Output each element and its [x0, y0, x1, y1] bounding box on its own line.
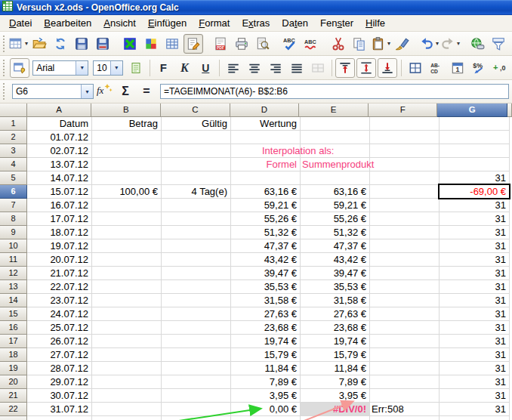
cell-C22[interactable] [162, 403, 231, 416]
cell-B7[interactable] [92, 199, 162, 212]
cell-C2[interactable] [162, 131, 231, 144]
cell-C16[interactable] [162, 321, 231, 335]
cell-F15[interactable] [370, 307, 440, 321]
cell-F3[interactable] [370, 144, 440, 158]
column-header-A[interactable]: A [27, 103, 92, 117]
cell-A17[interactable]: 26.07.12 [27, 335, 92, 348]
cell-E8[interactable]: 55,26 € [301, 212, 370, 226]
undo-dropdown-caret[interactable]: ▾ [436, 41, 439, 47]
cell-C20[interactable] [162, 375, 231, 389]
cell-C12[interactable] [162, 267, 231, 280]
cell-B23[interactable] [92, 416, 162, 420]
cell-B4[interactable] [92, 158, 162, 171]
cell-F17[interactable] [370, 335, 440, 348]
cell-E15[interactable]: 27,63 € [301, 307, 370, 321]
cell-G21[interactable]: 31 [440, 389, 510, 403]
undo-button[interactable]: ▾ [419, 34, 439, 54]
cell-G20[interactable]: 31 [440, 375, 510, 389]
cell-B22[interactable] [92, 403, 162, 416]
cell-E23[interactable] [301, 416, 370, 420]
cell-D21[interactable]: 3,95 € [231, 389, 301, 403]
cell-G18[interactable]: 31 [440, 348, 510, 362]
number-format-text-button[interactable]: AB-CD [427, 58, 446, 78]
cell-G12[interactable]: 31 [440, 267, 510, 280]
cell-A14[interactable]: 23.07.12 [27, 294, 92, 307]
cell-A16[interactable]: 25.07.12 [27, 321, 92, 335]
cell-A5[interactable]: 14.07.12 [27, 171, 92, 185]
cell-F2[interactable] [370, 131, 440, 144]
cell-G23[interactable] [440, 416, 510, 420]
align-justify-button[interactable] [287, 58, 307, 78]
cell-D7[interactable]: 59,21 € [231, 199, 301, 212]
borders-button[interactable] [406, 58, 425, 78]
cell-E13[interactable]: 35,53 € [301, 280, 370, 294]
cell-C7[interactable] [162, 199, 231, 212]
cut-button[interactable] [328, 34, 348, 54]
font-name-combo[interactable]: Arial▾ [32, 60, 88, 76]
cell-G17[interactable]: 31 [440, 335, 510, 348]
cell-A9[interactable]: 18.07.12 [27, 226, 92, 239]
cell-C6[interactable]: 4 Tag(e) [162, 185, 231, 199]
cell-B1[interactable]: Betrag [92, 117, 162, 131]
cell-C14[interactable] [162, 294, 231, 307]
cell-A2[interactable]: 01.07.12 [27, 131, 92, 144]
cell-F11[interactable] [370, 253, 440, 267]
cell-C3[interactable] [162, 144, 231, 158]
cell-C11[interactable] [162, 253, 231, 267]
cell-B6[interactable]: 100,00 € [92, 185, 162, 199]
menu-ansicht[interactable]: Ansicht [97, 16, 142, 30]
cell-D5[interactable] [231, 171, 301, 185]
cell-F22[interactable]: Err:508 [370, 403, 440, 416]
cell-D8[interactable]: 55,26 € [231, 212, 301, 226]
cell-E12[interactable]: 39,47 € [301, 267, 370, 280]
row-header-9[interactable]: 9 [0, 226, 27, 239]
cell-A13[interactable]: 22.07.12 [27, 280, 92, 294]
cell-D6[interactable]: 63,16 € [231, 185, 301, 199]
cell-E6[interactable]: 63,16 € [301, 185, 370, 199]
cell-C18[interactable] [162, 348, 231, 362]
menu-einfügen[interactable]: Einfügen [142, 16, 193, 30]
cell-B16[interactable] [92, 321, 162, 335]
row-header-4[interactable]: 4 [0, 158, 27, 171]
align-left-button[interactable] [224, 58, 243, 78]
cell-E11[interactable]: 43,42 € [301, 253, 370, 267]
cell-B2[interactable] [92, 131, 162, 144]
cell-E1[interactable] [301, 117, 370, 131]
cell-E5[interactable] [301, 171, 370, 185]
cell-D2[interactable] [231, 131, 301, 144]
cell-F1[interactable] [370, 117, 440, 131]
hyperlink-button[interactable] [467, 34, 487, 54]
cell-G3[interactable] [440, 144, 510, 158]
toolbar-grip[interactable] [3, 60, 6, 76]
toolbar-grip[interactable] [3, 36, 5, 52]
cell-D4[interactable]: Formel [231, 158, 301, 171]
italic-button[interactable]: K [174, 58, 194, 78]
cell-A11[interactable]: 20.07.12 [27, 253, 92, 267]
row-header-8[interactable]: 8 [0, 212, 27, 226]
align-right-button[interactable] [266, 58, 285, 78]
date-format-button[interactable]: 1 [448, 58, 467, 78]
menu-daten[interactable]: Daten [276, 16, 314, 30]
font-name-dropdown-button[interactable]: ▾ [76, 61, 88, 75]
formula-input[interactable]: =TAGEIMMONAT(A6)- B$2:B6 [160, 84, 509, 99]
styles-button[interactable] [10, 58, 29, 78]
cell-B15[interactable] [92, 307, 162, 321]
cell-E19[interactable]: 11,84 € [301, 362, 370, 375]
row-header-10[interactable]: 10 [0, 239, 27, 253]
cell-G1[interactable] [440, 117, 510, 131]
cell-A15[interactable]: 24.07.12 [27, 307, 92, 321]
cell-B9[interactable] [92, 226, 162, 239]
cell-A3[interactable]: 02.07.12 [27, 144, 92, 158]
row-header-21[interactable]: 21 [0, 389, 27, 403]
cell-C13[interactable] [162, 280, 231, 294]
column-header-B[interactable]: B [91, 103, 161, 117]
cell-F4[interactable] [370, 158, 440, 171]
cell-D10[interactable]: 47,37 € [231, 239, 301, 253]
cell-F9[interactable] [370, 226, 440, 239]
cell-B21[interactable] [92, 389, 162, 403]
cell-B5[interactable] [92, 171, 162, 185]
cell-D15[interactable]: 27,63 € [231, 307, 301, 321]
cell-B10[interactable] [92, 239, 162, 253]
cell-B3[interactable] [92, 144, 162, 158]
menu-bearbeiten[interactable]: Bearbeiten [38, 16, 97, 30]
